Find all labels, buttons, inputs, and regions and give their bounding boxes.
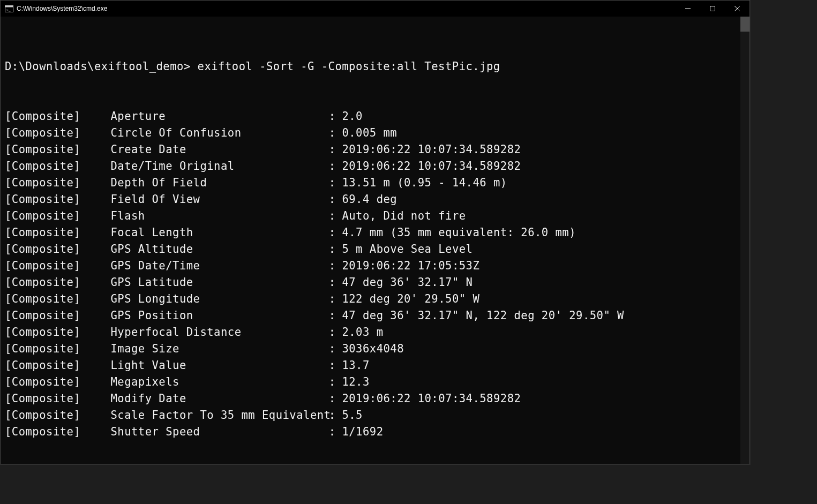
separator: : xyxy=(329,158,342,175)
output-row: [Composite]Light Value: 13.7 xyxy=(5,357,745,374)
separator: : xyxy=(329,357,342,374)
separator: : xyxy=(329,141,342,158)
group-column: [Composite] xyxy=(5,374,110,390)
output-row: [Composite]Image Size: 3036x4048 xyxy=(5,341,745,357)
label-column: GPS Position xyxy=(110,307,328,324)
separator: : xyxy=(329,291,342,307)
label-column: Focal Length xyxy=(110,224,328,241)
titlebar-controls xyxy=(676,1,749,17)
label-column: GPS Date/Time xyxy=(110,258,328,274)
group-column: [Composite] xyxy=(5,224,110,241)
output-row: [Composite]GPS Longitude: 122 deg 20' 29… xyxy=(5,291,745,307)
value-column: 122 deg 20' 29.50" W xyxy=(342,291,479,307)
group-column: [Composite] xyxy=(5,258,110,274)
separator: : xyxy=(329,324,342,341)
output-row: [Composite]Hyperfocal Distance: 2.03 m xyxy=(5,324,745,341)
label-column: Depth Of Field xyxy=(110,175,328,191)
label-column: Megapixels xyxy=(110,374,328,390)
value-column: 13.51 m (0.95 - 14.46 m) xyxy=(342,175,507,191)
separator: : xyxy=(329,258,342,274)
label-column: GPS Longitude xyxy=(110,291,328,307)
value-column: 12.3 xyxy=(342,374,369,390)
value-column: 5 m Above Sea Level xyxy=(342,241,473,258)
value-column: 2.03 m xyxy=(342,324,383,341)
separator: : xyxy=(329,224,342,241)
maximize-button[interactable] xyxy=(700,1,725,17)
window-title: C:\Windows\System32\cmd.exe xyxy=(17,1,107,17)
scrollbar-thumb[interactable] xyxy=(740,17,749,32)
value-column: 2019:06:22 10:07:34.589282 xyxy=(342,141,521,158)
label-column: Scale Factor To 35 mm Equivalent xyxy=(110,407,328,424)
group-column: [Composite] xyxy=(5,108,110,125)
titlebar-left: >_ C:\Windows\System32\cmd.exe xyxy=(1,1,107,17)
separator: : xyxy=(329,241,342,258)
output-row: [Composite]Date/Time Original: 2019:06:2… xyxy=(5,158,745,175)
label-column: Image Size xyxy=(110,341,328,357)
group-column: [Composite] xyxy=(5,407,110,424)
separator: : xyxy=(329,274,342,291)
label-column: Shutter Speed xyxy=(110,424,328,440)
value-column: 13.7 xyxy=(342,357,369,374)
output-row: [Composite]Focal Length: 4.7 mm (35 mm e… xyxy=(5,224,745,241)
label-column: Light Value xyxy=(110,357,328,374)
separator: : xyxy=(329,390,342,407)
separator: : xyxy=(329,208,342,224)
output-row: [Composite]Field Of View: 69.4 deg xyxy=(5,191,745,208)
group-column: [Composite] xyxy=(5,125,110,141)
separator: : xyxy=(329,341,342,357)
group-column: [Composite] xyxy=(5,324,110,341)
separator: : xyxy=(329,125,342,141)
group-column: [Composite] xyxy=(5,141,110,158)
separator: : xyxy=(329,307,342,324)
label-column: Circle Of Confusion xyxy=(110,125,328,141)
output-row: [Composite]Circle Of Confusion: 0.005 mm xyxy=(5,125,745,141)
value-column: 4.7 mm (35 mm equivalent: 26.0 mm) xyxy=(342,224,576,241)
value-column: 47 deg 36' 32.17" N xyxy=(342,274,473,291)
separator: : xyxy=(329,407,342,424)
separator: : xyxy=(329,108,342,125)
output-row: [Composite]GPS Position: 47 deg 36' 32.1… xyxy=(5,307,745,324)
prompt-line: D:\Downloads\exiftool_demo> exiftool -So… xyxy=(5,58,745,75)
cmd-window: >_ C:\Windows\System32\cmd.exe D:\Downlo… xyxy=(0,0,750,464)
value-column: 2019:06:22 10:07:34.589282 xyxy=(342,390,521,407)
label-column: Hyperfocal Distance xyxy=(110,324,328,341)
minimize-button[interactable] xyxy=(676,1,700,17)
titlebar[interactable]: >_ C:\Windows\System32\cmd.exe xyxy=(1,1,749,17)
group-column: [Composite] xyxy=(5,191,110,208)
group-column: [Composite] xyxy=(5,291,110,307)
group-column: [Composite] xyxy=(5,307,110,324)
group-column: [Composite] xyxy=(5,341,110,357)
label-column: Field Of View xyxy=(110,191,328,208)
output-row: [Composite]Aperture: 2.0 xyxy=(5,108,745,125)
separator: : xyxy=(329,191,342,208)
output-row: [Composite]GPS Latitude: 47 deg 36' 32.1… xyxy=(5,274,745,291)
svg-rect-4 xyxy=(710,6,715,11)
label-column: Aperture xyxy=(110,108,328,125)
terminal-viewport[interactable]: D:\Downloads\exiftool_demo> exiftool -So… xyxy=(1,17,749,464)
group-column: [Composite] xyxy=(5,208,110,224)
value-column: 2019:06:22 17:05:53Z xyxy=(342,258,479,274)
group-column: [Composite] xyxy=(5,241,110,258)
scrollbar-track[interactable] xyxy=(740,17,749,464)
group-column: [Composite] xyxy=(5,175,110,191)
separator: : xyxy=(329,424,342,440)
output-row: [Composite]Shutter Speed: 1/1692 xyxy=(5,424,745,440)
close-button[interactable] xyxy=(725,1,749,17)
value-column: 47 deg 36' 32.17" N, 122 deg 20' 29.50" … xyxy=(342,307,624,324)
label-column: GPS Altitude xyxy=(110,241,328,258)
terminal-output: D:\Downloads\exiftool_demo> exiftool -So… xyxy=(1,17,749,464)
value-column: 2.0 xyxy=(342,108,363,125)
group-column: [Composite] xyxy=(5,357,110,374)
output-row: [Composite]Modify Date: 2019:06:22 10:07… xyxy=(5,390,745,407)
value-column: 5.5 xyxy=(342,407,363,424)
value-column: 0.005 mm xyxy=(342,125,397,141)
value-column: 2019:06:22 10:07:34.589282 xyxy=(342,158,521,175)
group-column: [Composite] xyxy=(5,274,110,291)
svg-text:>_: >_ xyxy=(6,7,11,12)
command-text: exiftool -Sort -G -Composite:all TestPic… xyxy=(198,58,500,75)
output-row: [Composite]Megapixels: 12.3 xyxy=(5,374,745,390)
output-row: [Composite]GPS Altitude: 5 m Above Sea L… xyxy=(5,241,745,258)
label-column: Flash xyxy=(110,208,328,224)
separator: : xyxy=(329,175,342,191)
label-column: Date/Time Original xyxy=(110,158,328,175)
